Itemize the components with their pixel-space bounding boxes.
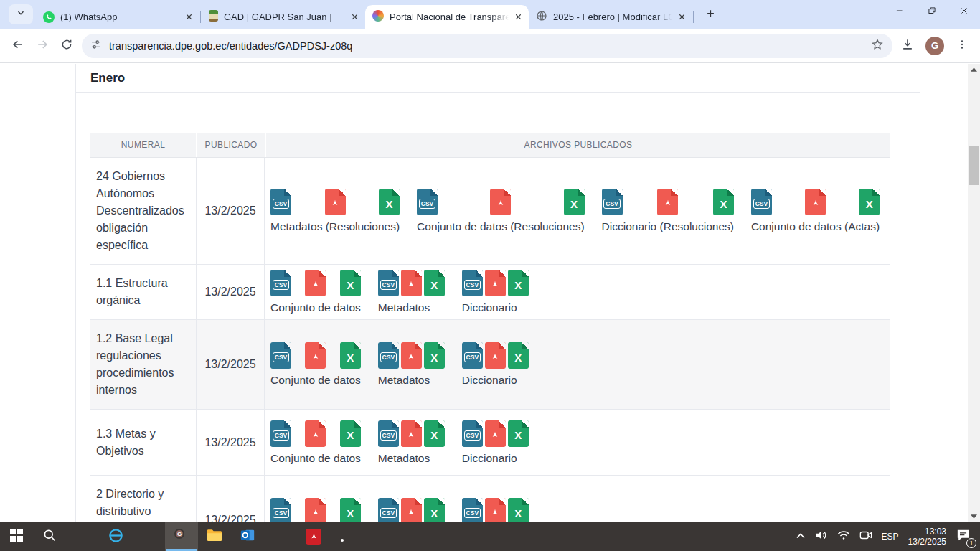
browser-tab[interactable]: 2025 - Febrero | Modificar LOTA: [529, 5, 692, 29]
pdf-file-icon[interactable]: [401, 420, 422, 447]
csv-file-icon[interactable]: CSV: [270, 189, 291, 215]
csv-file-icon[interactable]: CSV: [462, 498, 483, 522]
taskbar-app-search[interactable]: [33, 522, 66, 551]
pdf-file-icon[interactable]: [305, 270, 326, 296]
browser-menu-button[interactable]: [950, 34, 974, 58]
xls-file-icon[interactable]: X: [424, 342, 445, 369]
pdf-file-icon[interactable]: [305, 498, 326, 522]
taskbar-app-internet-explorer[interactable]: [99, 522, 132, 551]
xls-file-icon[interactable]: X: [340, 420, 361, 447]
csv-file-icon[interactable]: CSV: [270, 498, 291, 522]
xls-file-icon[interactable]: X: [508, 498, 529, 522]
pdf-file-icon[interactable]: [401, 498, 422, 522]
profile-avatar[interactable]: G: [925, 37, 944, 55]
xls-file-icon[interactable]: X: [564, 189, 585, 215]
pdf-file-icon[interactable]: [305, 420, 326, 447]
file-download-group[interactable]: CSVX Conjunto de datos: [270, 270, 361, 314]
url-text[interactable]: transparencia.dpe.gob.ec/entidades/GADPD…: [109, 40, 352, 52]
action-center-button[interactable]: 1: [956, 528, 974, 545]
tab-close-icon[interactable]: [349, 11, 361, 23]
file-download-group[interactable]: CSVX Diccionario: [462, 342, 529, 387]
tab-close-icon[interactable]: [183, 11, 195, 23]
meet-now-icon[interactable]: [859, 530, 872, 543]
file-download-group[interactable]: CSVX Conjunto de datos (Actas): [751, 189, 880, 233]
browser-tab[interactable]: (1) WhatsApp: [36, 5, 199, 29]
pdf-file-icon[interactable]: [305, 342, 326, 369]
pdf-file-icon[interactable]: [485, 420, 506, 447]
scroll-up-icon[interactable]: [968, 64, 980, 75]
tab-search-button[interactable]: [9, 4, 33, 24]
file-download-group[interactable]: CSVX Diccionario: [462, 420, 529, 465]
taskbar-app-acrobat[interactable]: [297, 522, 330, 551]
xls-file-icon[interactable]: X: [713, 189, 734, 215]
file-download-group[interactable]: CSVX Diccionario: [462, 498, 529, 522]
back-button[interactable]: [6, 34, 30, 58]
xls-file-icon[interactable]: X: [859, 189, 880, 215]
forward-button[interactable]: [30, 34, 55, 58]
csv-file-icon[interactable]: CSV: [270, 342, 291, 369]
csv-file-icon[interactable]: CSV: [751, 189, 772, 215]
csv-file-icon[interactable]: CSV: [378, 420, 399, 447]
taskbar-app-photos[interactable]: [330, 522, 363, 551]
volume-icon[interactable]: [815, 529, 828, 544]
file-download-group[interactable]: CSVX Conjunto de datos: [270, 342, 361, 387]
tab-close-icon[interactable]: [676, 11, 688, 23]
minimize-button[interactable]: [883, 0, 915, 24]
pdf-file-icon[interactable]: [401, 270, 422, 296]
reload-button[interactable]: [55, 34, 79, 58]
file-download-group[interactable]: CSVX Metadatos: [378, 270, 445, 314]
address-bar[interactable]: transparencia.dpe.gob.ec/entidades/GADPD…: [82, 34, 892, 58]
csv-file-icon[interactable]: CSV: [417, 189, 438, 215]
tab-close-icon[interactable]: [512, 11, 524, 23]
pdf-file-icon[interactable]: [325, 189, 346, 215]
tray-expand-icon[interactable]: [796, 530, 806, 543]
xls-file-icon[interactable]: X: [424, 420, 445, 447]
csv-file-icon[interactable]: CSV: [602, 189, 623, 215]
file-download-group[interactable]: CSVX Conjunto de datos: [270, 420, 361, 465]
csv-file-icon[interactable]: CSV: [270, 270, 291, 296]
taskbar-app-edge[interactable]: [132, 522, 165, 551]
new-tab-button[interactable]: [700, 4, 720, 24]
pdf-file-icon[interactable]: [490, 189, 511, 215]
pdf-file-icon[interactable]: [401, 342, 422, 369]
file-download-group[interactable]: CSVX Metadatos: [378, 498, 445, 522]
csv-file-icon[interactable]: CSV: [462, 420, 483, 447]
xls-file-icon[interactable]: X: [508, 342, 529, 369]
file-download-group[interactable]: CSVX Conjunto de datos (Resoluciones): [417, 189, 585, 233]
taskbar-app-outlook[interactable]: [231, 522, 264, 551]
taskbar-app-chrome[interactable]: G: [165, 522, 198, 551]
file-download-group[interactable]: CSVX Metadatos (Resoluciones): [270, 189, 400, 233]
vertical-scrollbar[interactable]: [968, 64, 980, 522]
taskbar-app-start[interactable]: [0, 522, 33, 551]
language-indicator[interactable]: ESP: [882, 532, 899, 542]
file-download-group[interactable]: CSVX Conjunto de datos: [270, 498, 361, 522]
taskbar-app-firefox[interactable]: [264, 522, 297, 551]
xls-file-icon[interactable]: X: [379, 189, 400, 215]
csv-file-icon[interactable]: CSV: [462, 270, 483, 296]
csv-file-icon[interactable]: CSV: [270, 420, 291, 447]
taskbar-app-file-explorer[interactable]: [198, 522, 231, 551]
scrollbar-thumb[interactable]: [969, 146, 979, 185]
site-settings-icon[interactable]: [90, 39, 102, 52]
browser-tab[interactable]: GAD | GADPR San Juan |: [202, 5, 365, 29]
pdf-file-icon[interactable]: [657, 189, 678, 215]
taskbar-clock[interactable]: 13:03 13/2/2025: [908, 527, 946, 547]
xls-file-icon[interactable]: X: [340, 498, 361, 522]
xls-file-icon[interactable]: X: [508, 420, 529, 447]
file-download-group[interactable]: CSVX Metadatos: [378, 342, 445, 387]
bookmark-button[interactable]: [871, 38, 884, 53]
csv-file-icon[interactable]: CSV: [378, 342, 399, 369]
taskbar-app-copilot[interactable]: [66, 522, 99, 551]
downloads-button[interactable]: [895, 34, 920, 58]
pdf-file-icon[interactable]: [485, 270, 506, 296]
xls-file-icon[interactable]: X: [508, 270, 529, 296]
wifi-icon[interactable]: [837, 530, 850, 543]
xls-file-icon[interactable]: X: [340, 270, 361, 296]
pdf-file-icon[interactable]: [485, 342, 506, 369]
xls-file-icon[interactable]: X: [424, 498, 445, 522]
restore-button[interactable]: [915, 0, 948, 24]
xls-file-icon[interactable]: X: [424, 270, 445, 296]
close-window-button[interactable]: [948, 0, 980, 24]
csv-file-icon[interactable]: CSV: [378, 498, 399, 522]
file-download-group[interactable]: CSVX Diccionario (Resoluciones): [602, 189, 734, 233]
